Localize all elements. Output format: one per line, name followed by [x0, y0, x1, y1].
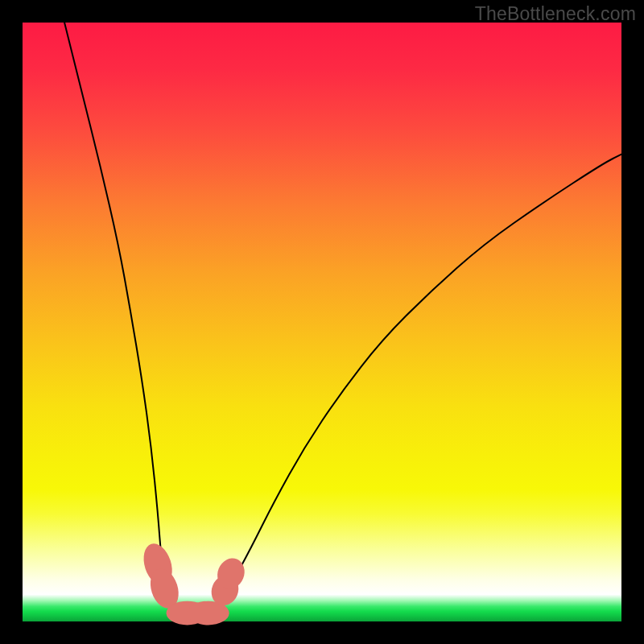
left-curve: [64, 23, 196, 618]
chart-frame: TheBottleneck.com: [0, 0, 644, 644]
right-curve: [196, 155, 621, 619]
curve-markers: [138, 540, 249, 625]
watermark-text: TheBottleneck.com: [475, 3, 636, 25]
chart-svg: [23, 23, 621, 621]
chart-plot-area: [23, 23, 621, 621]
